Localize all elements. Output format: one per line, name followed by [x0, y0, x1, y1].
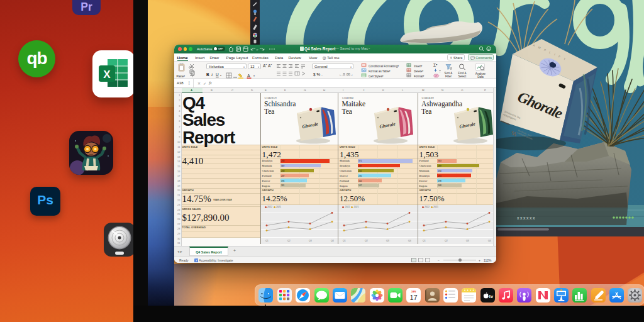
- svg-text:A: A: [247, 74, 250, 78]
- svg-text:Q3: Q3: [386, 240, 389, 242]
- svg-text:▾: ▾: [253, 74, 255, 77]
- svg-text:Q4: Q4: [331, 240, 334, 242]
- svg-text:xxxxxx: xxxxxx: [517, 216, 536, 220]
- svg-text:17: 17: [410, 293, 418, 301]
- svg-text:Q1: Q1: [265, 240, 269, 242]
- svg-text:X: X: [103, 69, 111, 80]
- svg-text:Q2: Q2: [445, 240, 448, 242]
- svg-text:Q3: Q3: [309, 240, 312, 242]
- svg-text:Q3: Q3: [466, 240, 469, 242]
- svg-text:Q1: Q1: [423, 240, 426, 242]
- svg-text:tv: tv: [489, 293, 493, 299]
- svg-text:Q4: Q4: [488, 240, 491, 242]
- svg-text:Q1: Q1: [343, 240, 346, 242]
- svg-text:JAN: JAN: [411, 289, 416, 292]
- svg-text:Q2: Q2: [287, 240, 291, 242]
- svg-text:Q2: Q2: [365, 240, 368, 242]
- svg-text:Q4: Q4: [408, 240, 411, 242]
